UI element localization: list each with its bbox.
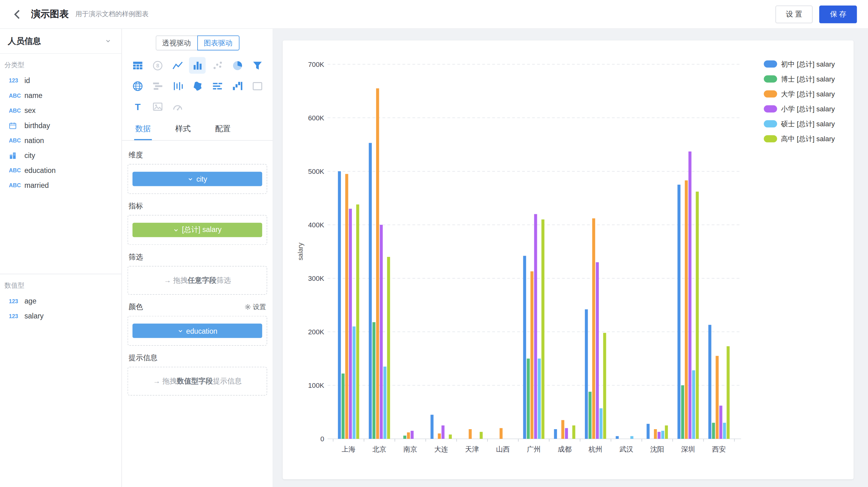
metric-dropzone[interactable]: [总计] salary	[128, 215, 267, 245]
dataset-selector[interactable]: 人员信息	[0, 29, 121, 54]
legend-item[interactable]: 博士 [总计] salary	[764, 75, 835, 83]
bar[interactable]	[338, 171, 341, 439]
bar[interactable]	[596, 262, 599, 439]
bar[interactable]	[538, 359, 541, 439]
field-item-sex[interactable]: ABCsex	[0, 103, 121, 118]
world-map-chart-icon[interactable]	[129, 77, 146, 94]
legend-item[interactable]: 硕士 [总计] salary	[764, 120, 835, 128]
table-chart-icon[interactable]	[129, 57, 146, 74]
bar[interactable]	[534, 214, 537, 439]
bar[interactable]	[592, 218, 595, 439]
bar[interactable]	[469, 429, 472, 439]
frame-chart-icon[interactable]	[249, 77, 266, 94]
bar[interactable]	[658, 432, 661, 439]
bar[interactable]	[685, 181, 688, 439]
tab-pivot-driven[interactable]: 透视驱动	[156, 35, 197, 51]
dimension-pill-city[interactable]: city	[132, 172, 262, 186]
tab-data[interactable]: 数据	[134, 119, 152, 140]
field-item-birthday[interactable]: birthday	[0, 118, 121, 133]
bar[interactable]	[712, 423, 715, 439]
bar[interactable]	[356, 204, 359, 439]
bar[interactable]	[681, 385, 684, 439]
bar[interactable]	[692, 370, 695, 439]
text-chart-icon[interactable]: T	[129, 98, 146, 115]
scatter-chart-icon[interactable]	[209, 57, 225, 74]
color-dropzone[interactable]: education	[128, 316, 267, 346]
scorecard-chart-icon[interactable]: 8	[149, 57, 165, 74]
bar[interactable]	[449, 434, 452, 439]
bar[interactable]	[352, 327, 355, 439]
filter-dropzone[interactable]: →拖拽任意字段筛选	[128, 266, 267, 295]
funnel-chart-icon[interactable]	[249, 57, 266, 74]
field-item-name[interactable]: ABCname	[0, 88, 121, 103]
bar[interactable]	[708, 325, 712, 439]
bar[interactable]	[647, 424, 650, 439]
bar[interactable]	[554, 429, 557, 439]
tab-chart-driven[interactable]: 图表驱动	[197, 35, 239, 51]
back-button[interactable]	[11, 7, 25, 21]
bar[interactable]	[589, 392, 592, 439]
field-item-city[interactable]: city	[0, 148, 121, 163]
bar[interactable]	[438, 433, 441, 439]
field-item-married[interactable]: ABCmarried	[0, 178, 121, 193]
bar[interactable]	[727, 346, 730, 439]
field-item-age[interactable]: 123age	[0, 294, 121, 309]
bar[interactable]	[523, 256, 526, 439]
bar[interactable]	[565, 428, 568, 439]
legend-item[interactable]: 高中 [总计] salary	[764, 135, 835, 143]
bar[interactable]	[654, 429, 657, 439]
tooltip-dropzone[interactable]: →拖拽数值型字段提示信息	[128, 367, 267, 396]
legend-item[interactable]: 初中 [总计] salary	[764, 60, 835, 68]
bar[interactable]	[630, 436, 633, 439]
field-item-education[interactable]: ABCeducation	[0, 163, 121, 178]
gantt-chart-icon[interactable]	[149, 77, 165, 94]
bar[interactable]	[585, 310, 588, 439]
bar[interactable]	[541, 220, 545, 439]
tab-setting[interactable]: 配置	[214, 119, 232, 140]
bar[interactable]	[719, 405, 722, 439]
bar[interactable]	[572, 425, 575, 439]
bar[interactable]	[342, 374, 345, 439]
bar[interactable]	[383, 367, 386, 439]
bar[interactable]	[603, 333, 607, 439]
tab-style[interactable]: 样式	[174, 119, 192, 140]
bar[interactable]	[372, 322, 375, 439]
image-chart-icon[interactable]	[149, 98, 165, 115]
parallel-chart-icon[interactable]	[169, 77, 185, 94]
gauge-chart-icon[interactable]	[169, 98, 185, 115]
bar[interactable]	[599, 408, 602, 439]
bar-chart-icon[interactable]	[189, 57, 206, 74]
line-chart-icon[interactable]	[169, 57, 185, 74]
bar[interactable]	[403, 436, 406, 439]
bar[interactable]	[441, 425, 444, 439]
wordcloud-chart-icon[interactable]	[209, 77, 225, 94]
bar[interactable]	[431, 415, 434, 439]
bar[interactable]	[411, 431, 414, 439]
bar[interactable]	[616, 436, 619, 439]
metric-pill-salary[interactable]: [总计] salary	[132, 223, 262, 237]
bar[interactable]	[665, 425, 668, 439]
field-item-id[interactable]: 123id	[0, 73, 121, 88]
bar[interactable]	[380, 225, 383, 439]
color-settings-button[interactable]: 设置	[245, 302, 266, 312]
bar[interactable]	[561, 420, 564, 439]
bar[interactable]	[723, 423, 726, 439]
bar[interactable]	[527, 359, 530, 439]
bar[interactable]	[369, 143, 372, 439]
settings-button[interactable]: 设 置	[775, 5, 813, 23]
bar[interactable]	[688, 152, 691, 439]
bar[interactable]	[500, 428, 503, 439]
field-item-nation[interactable]: ABCnation	[0, 133, 121, 148]
bar[interactable]	[407, 432, 410, 439]
bar[interactable]	[716, 356, 719, 439]
china-map-chart-icon[interactable]	[189, 77, 206, 94]
bar[interactable]	[349, 209, 352, 439]
bar[interactable]	[345, 174, 348, 439]
bar[interactable]	[387, 257, 390, 439]
bar[interactable]	[678, 185, 681, 439]
bar[interactable]	[661, 431, 664, 439]
save-button[interactable]: 保 存	[819, 5, 857, 23]
waterfall-chart-icon[interactable]	[229, 77, 245, 94]
pie-chart-icon[interactable]	[229, 57, 245, 74]
bar[interactable]	[695, 192, 699, 439]
